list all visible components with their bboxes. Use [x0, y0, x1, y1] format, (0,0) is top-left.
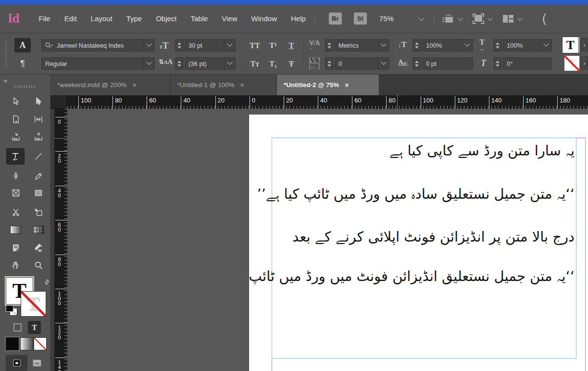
hand-tool-button[interactable] — [7, 257, 25, 273]
ruler-origin-box[interactable] — [50, 95, 67, 109]
subscript-button[interactable]: T₁ — [265, 57, 281, 71]
rectangle-tool-button[interactable] — [30, 185, 47, 201]
menu-edit[interactable]: Edit — [64, 14, 77, 23]
formatting-affects-text-button[interactable]: T — [28, 321, 41, 334]
menu-table[interactable]: Table — [191, 14, 208, 23]
eyedropper-tool-button[interactable] — [30, 240, 47, 256]
stroke-color-swatch[interactable]: T — [21, 292, 46, 316]
menu-view[interactable]: View — [222, 14, 237, 23]
direct-selection-tool-button[interactable] — [30, 94, 47, 109]
text-frame[interactable]: یہ سارا متن ورڈ سے کاپی کیا ہے ‘‘یہ متن … — [272, 138, 576, 358]
baseline-shift-stepper[interactable] — [413, 57, 421, 70]
font-size-stepper[interactable] — [175, 39, 184, 51]
font-family-field[interactable]: Jameel Nastaleeq Indes — [41, 39, 155, 51]
preview-mode-button[interactable] — [31, 358, 43, 369]
gradient-swatch-tool-button[interactable] — [7, 222, 25, 237]
h-ruler-number: 20 — [286, 97, 293, 104]
main-menu: File Edit Layout Type Object Table View … — [39, 14, 306, 23]
zoom-dropdown-chevron-icon[interactable] — [419, 15, 424, 20]
all-caps-button[interactable]: TT — [247, 39, 263, 52]
font-family-dropdown[interactable] — [143, 39, 154, 51]
skew-field[interactable]: 0° — [503, 57, 552, 70]
tab-weekend-indd[interactable]: *weekend.indd @ 200% × — [50, 75, 171, 95]
small-caps-button[interactable]: Tᴛ — [247, 57, 263, 71]
panel-expander-bottom[interactable]: › — [581, 56, 588, 70]
scissors-tool-button[interactable] — [7, 205, 25, 220]
tracking-stepper[interactable] — [325, 57, 334, 70]
underline-button[interactable]: T — [283, 39, 300, 52]
kerning-field[interactable]: Metrics — [335, 39, 389, 51]
gap-tool-button[interactable] — [30, 112, 47, 127]
kerning-dropdown[interactable] — [378, 39, 389, 51]
menu-type[interactable]: Type — [126, 14, 142, 23]
menu-file[interactable]: File — [39, 14, 50, 23]
content-placer-tool-button[interactable] — [30, 129, 47, 145]
font-style-dropdown[interactable] — [143, 58, 154, 69]
collapse-panel-icon[interactable]: « — [4, 77, 6, 84]
font-style-field[interactable]: Regular — [41, 57, 155, 70]
tracking-field[interactable]: 0 — [335, 57, 389, 70]
pasteboard[interactable]: یہ سارا متن ورڈ سے کاپی کیا ہے ‘‘یہ متن … — [67, 109, 588, 371]
strikethrough-button[interactable]: Ŧ — [283, 57, 300, 71]
vertical-ruler[interactable]: 020406080100120140 — [50, 109, 67, 371]
vertical-scale-stepper[interactable] — [413, 39, 421, 51]
default-fill-stroke-icon[interactable] — [6, 305, 17, 315]
document-page[interactable]: یہ سارا متن ورڈ سے کاپی کیا ہے ‘‘یہ متن … — [249, 115, 588, 371]
menu-layout[interactable]: Layout — [91, 14, 113, 23]
menu-object[interactable]: Object — [156, 14, 176, 23]
font-size-dropdown[interactable] — [224, 39, 235, 51]
menu-help[interactable]: Help — [291, 14, 306, 23]
character-fill-color-swatch[interactable]: T — [563, 37, 578, 53]
leading-stepper[interactable] — [175, 57, 184, 70]
apply-none-button[interactable] — [34, 338, 46, 350]
selection-tool-button[interactable] — [7, 94, 25, 109]
screen-mode-button[interactable] — [472, 13, 491, 25]
tracking-dropdown[interactable] — [378, 58, 389, 69]
leading-field[interactable]: (36 pt) — [185, 57, 236, 70]
horizontal-scale-stepper[interactable] — [493, 39, 502, 51]
menu-window[interactable]: Window — [251, 14, 277, 23]
note-tool-button[interactable] — [7, 240, 25, 256]
gradient-feather-tool-button[interactable] — [30, 222, 47, 237]
arrange-documents-button[interactable] — [502, 14, 521, 24]
apply-gradient-button[interactable] — [21, 338, 33, 350]
normal-view-mode-button[interactable] — [6, 355, 27, 371]
kerning-stepper[interactable] — [325, 39, 334, 51]
view-options-button[interactable] — [441, 13, 462, 24]
frame-tool-button[interactable] — [7, 185, 25, 201]
vertical-scale-dropdown[interactable] — [462, 39, 473, 51]
tab-close-icon[interactable]: × — [240, 81, 244, 89]
horizontal-scale-dropdown[interactable] — [540, 39, 551, 51]
apply-color-button[interactable] — [6, 338, 18, 350]
zoom-tool-button[interactable] — [30, 257, 47, 273]
skew-stepper[interactable] — [493, 57, 502, 70]
bridge-button[interactable]: Br — [329, 13, 342, 25]
tab-close-icon[interactable]: × — [132, 81, 136, 89]
formatting-affects-container-button[interactable] — [13, 323, 22, 332]
pencil-tool-button[interactable] — [30, 168, 47, 184]
pen-tool-button[interactable] — [7, 168, 25, 184]
zoom-level-value[interactable]: 75% — [379, 14, 394, 23]
baseline-shift-field[interactable]: 0 pt — [422, 57, 473, 70]
stock-button[interactable]: St — [354, 13, 367, 25]
type-tool-button[interactable] — [7, 149, 24, 164]
panel-expander-top[interactable]: › — [581, 38, 588, 51]
paragraph-formatting-button[interactable]: ¶ — [14, 56, 31, 71]
line-tool-button[interactable] — [30, 149, 47, 164]
baseline-shift-icon: Aa↑ — [398, 58, 408, 66]
superscript-button[interactable]: T¹ — [265, 39, 281, 52]
vertical-scale-field[interactable]: 100% — [422, 39, 473, 51]
character-stroke-color-swatch[interactable]: T — [564, 56, 579, 71]
horizontal-ruler[interactable]: 10080604020020406080100120140160180 — [67, 95, 588, 109]
font-size-field[interactable]: 30 pt — [185, 39, 236, 51]
content-collector-tool-button[interactable] — [7, 129, 25, 145]
character-formatting-button[interactable]: A — [14, 38, 31, 52]
page-tool-button[interactable] — [7, 112, 25, 127]
tab-close-icon[interactable]: × — [345, 81, 349, 89]
tab-untitled-2[interactable]: *Untitled-2 @ 75% × — [277, 75, 379, 95]
horizontal-scale-field[interactable]: 100% — [503, 39, 552, 51]
tab-untitled-1[interactable]: *Untitled-1 @ 100% × — [171, 75, 277, 95]
swap-fill-stroke-icon[interactable]: ⇄ — [43, 277, 51, 286]
leading-dropdown[interactable] — [224, 58, 235, 69]
free-transform-tool-button[interactable] — [30, 205, 47, 220]
